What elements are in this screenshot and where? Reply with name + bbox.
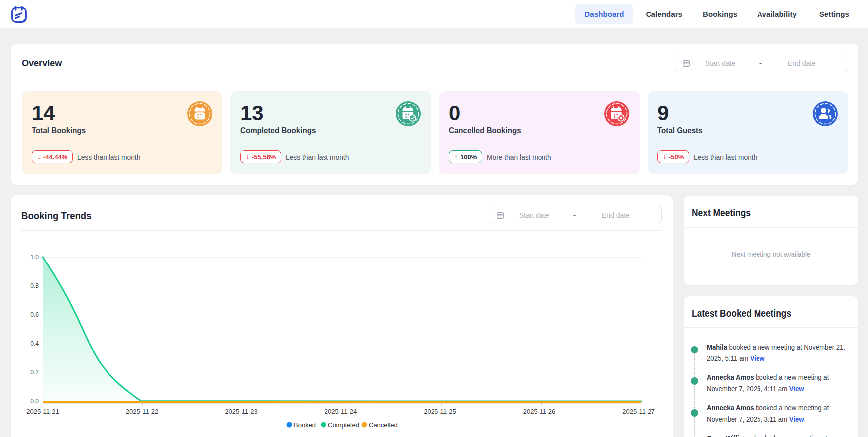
svg-text:0.6: 0.6 xyxy=(30,311,39,318)
svg-text:1.0: 1.0 xyxy=(30,254,39,261)
svg-text:Booked: Booked xyxy=(294,421,316,429)
svg-text:2025-11-25: 2025-11-25 xyxy=(424,408,456,415)
svg-text:0.8: 0.8 xyxy=(30,282,39,289)
svg-text:2025-11-26: 2025-11-26 xyxy=(523,408,556,415)
svg-text:2025-11-27: 2025-11-27 xyxy=(622,408,655,415)
svg-text:2025-11-23: 2025-11-23 xyxy=(225,408,258,415)
svg-text:0.4: 0.4 xyxy=(30,340,39,347)
svg-text:2025-11-24: 2025-11-24 xyxy=(325,408,357,415)
svg-text:0.2: 0.2 xyxy=(30,369,39,376)
svg-text:2025-11-22: 2025-11-22 xyxy=(126,408,159,415)
svg-text:Completed: Completed xyxy=(328,421,359,429)
svg-text:0.0: 0.0 xyxy=(30,398,39,405)
svg-text:2025-11-21: 2025-11-21 xyxy=(26,408,59,415)
svg-text:Cancelled: Cancelled xyxy=(369,421,398,429)
